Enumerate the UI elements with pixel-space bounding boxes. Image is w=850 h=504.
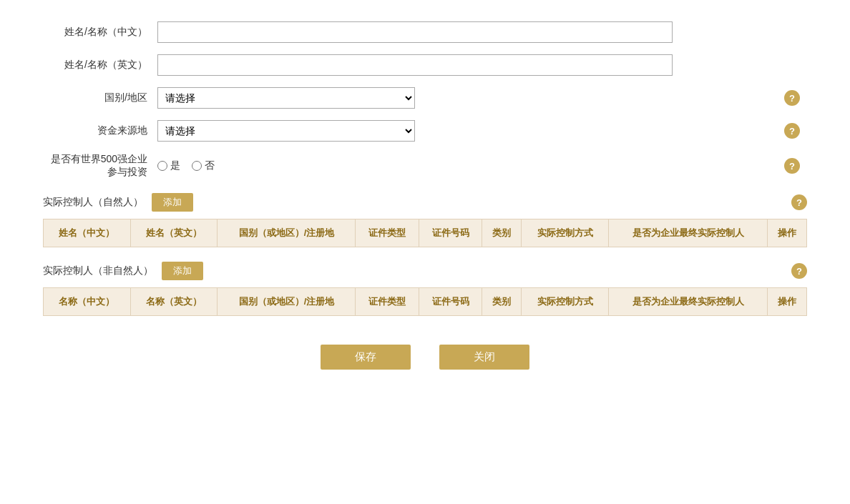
fortune500-no-label: 否 [205, 159, 215, 172]
fortune500-no-option[interactable]: 否 [192, 159, 215, 172]
natural-person-table-header-row: 姓名（中文） 姓名（英文） 国别（或地区）/注册地 证件类型 证件号码 类别 实… [44, 219, 807, 247]
natural-person-section: 实际控制人（自然人） 添加 ? 姓名（中文） 姓名（英文） 国别（或地区）/注册… [43, 193, 807, 247]
np-col-name-cn: 姓名（中文） [44, 219, 131, 247]
fortune500-row: 是否有世界500强企业参与投资 是 否 ? [43, 153, 807, 179]
non-natural-person-table: 名称（中文） 名称（英文） 国别（或地区）/注册地 证件类型 证件号码 类别 实… [43, 287, 807, 316]
natural-person-add-button[interactable]: 添加 [152, 193, 193, 212]
name-en-row: 姓名/名称（英文） [43, 54, 807, 76]
np-col-is-ultimate: 是否为企业最终实际控制人 [609, 219, 768, 247]
fortune500-label: 是否有世界500强企业参与投资 [43, 153, 157, 179]
country-row: 国别/地区 请选择 ? [43, 87, 807, 109]
nnp-col-country: 国别（或地区）/注册地 [218, 288, 356, 316]
nnp-col-cert-type: 证件类型 [356, 288, 419, 316]
fortune500-no-radio[interactable] [192, 161, 202, 171]
np-col-name-en: 姓名（英文） [130, 219, 218, 247]
non-natural-person-section: 实际控制人（非自然人） 添加 ? 名称（中文） 名称（英文） 国别（或地区）/注… [43, 262, 807, 316]
fortune500-yes-option[interactable]: 是 [157, 159, 180, 172]
name-en-label: 姓名/名称（英文） [43, 59, 157, 71]
np-col-cert-type: 证件类型 [356, 219, 419, 247]
nnp-col-category: 类别 [482, 288, 522, 316]
name-cn-label: 姓名/名称（中文） [43, 26, 157, 39]
country-label: 国别/地区 [43, 92, 157, 104]
close-button[interactable]: 关闭 [439, 345, 529, 370]
non-natural-person-header: 实际控制人（非自然人） 添加 ? [43, 262, 807, 280]
fortune500-radio-group: 是 否 [157, 159, 215, 172]
natural-person-title: 实际控制人（自然人） [43, 196, 143, 209]
np-col-control-method: 实际控制方式 [522, 219, 609, 247]
nnp-col-action: 操作 [767, 288, 806, 316]
fortune500-yes-label: 是 [170, 159, 180, 172]
nnp-col-cert-no: 证件号码 [419, 288, 482, 316]
non-natural-person-add-button[interactable]: 添加 [162, 262, 203, 280]
np-col-cert-no: 证件号码 [419, 219, 482, 247]
fortune500-yes-radio[interactable] [157, 161, 167, 171]
nnp-col-control-method: 实际控制方式 [522, 288, 609, 316]
name-cn-input[interactable] [157, 21, 673, 43]
fund-source-label: 资金来源地 [43, 124, 157, 137]
nnp-col-name-en: 名称（英文） [130, 288, 218, 316]
button-row: 保存 关闭 [43, 345, 807, 370]
nnp-col-is-ultimate: 是否为企业最终实际控制人 [609, 288, 768, 316]
natural-person-table: 姓名（中文） 姓名（英文） 国别（或地区）/注册地 证件类型 证件号码 类别 实… [43, 219, 807, 247]
non-natural-person-table-header-row: 名称（中文） 名称（英文） 国别（或地区）/注册地 证件类型 证件号码 类别 实… [44, 288, 807, 316]
np-col-action: 操作 [767, 219, 806, 247]
np-col-category: 类别 [482, 219, 522, 247]
fund-source-help-icon[interactable]: ? [784, 123, 800, 139]
non-natural-person-help-icon[interactable]: ? [791, 263, 807, 279]
natural-person-help-icon[interactable]: ? [791, 194, 807, 210]
fortune500-help-icon[interactable]: ? [784, 158, 800, 174]
country-select[interactable]: 请选择 [157, 87, 415, 109]
non-natural-person-title: 实际控制人（非自然人） [43, 265, 153, 277]
fund-source-row: 资金来源地 请选择 ? [43, 120, 807, 142]
natural-person-header: 实际控制人（自然人） 添加 ? [43, 193, 807, 212]
country-help-icon[interactable]: ? [784, 90, 800, 106]
save-button[interactable]: 保存 [321, 345, 411, 370]
nnp-col-name-cn: 名称（中文） [44, 288, 131, 316]
name-en-input[interactable] [157, 54, 673, 76]
fund-source-select[interactable]: 请选择 [157, 120, 415, 142]
np-col-country: 国别（或地区）/注册地 [218, 219, 356, 247]
name-cn-row: 姓名/名称（中文） [43, 21, 807, 43]
